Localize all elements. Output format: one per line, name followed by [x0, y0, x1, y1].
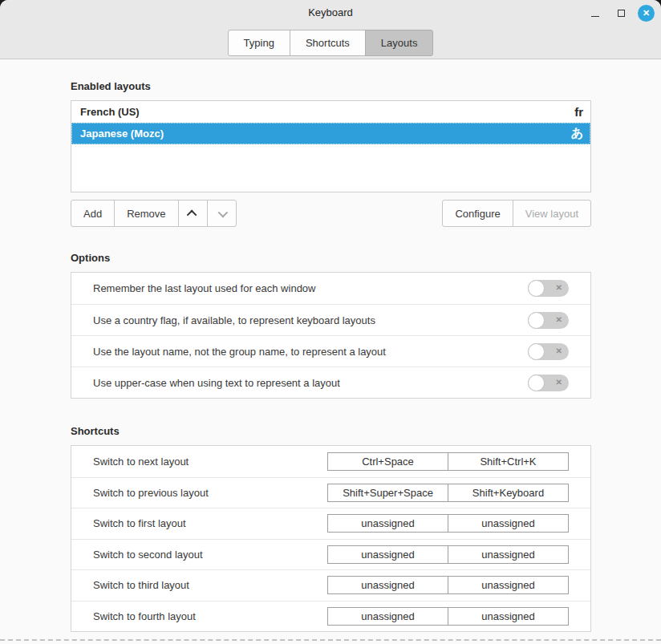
keybinding-pair: Ctrl+Space Shift+Ctrl+K — [327, 452, 569, 471]
toggle-off-icon: ✕ — [556, 378, 562, 387]
keybinding-button-2[interactable]: unassigned — [448, 607, 569, 626]
layout-row-french[interactable]: French (US) fr — [71, 101, 590, 123]
keybinding-button-1[interactable]: Shift+Super+Space — [327, 484, 448, 502]
layout-indicator-fr: fr — [574, 105, 583, 119]
layout-name: French (US) — [80, 106, 574, 118]
window-title: Keyboard — [0, 6, 661, 18]
option-label: Use the layout name, not the group name,… — [93, 346, 528, 358]
shortcut-row-next-layout: Switch to next layout Ctrl+Space Shift+C… — [71, 446, 590, 477]
keybinding-pair: Shift+Super+Space Shift+Keyboard — [327, 484, 569, 502]
shortcuts-heading: Shortcuts — [71, 425, 591, 438]
option-label: Use upper-case when using text to repres… — [93, 377, 528, 389]
shortcut-row-first-layout: Switch to first layout unassigned unassi… — [71, 508, 590, 539]
layout-view-button-group: Configure View layout — [442, 200, 591, 227]
move-layout-up-button[interactable] — [178, 200, 208, 227]
options-box: Remember the last layout used for each w… — [71, 272, 591, 399]
layout-indicator-ja: あ — [571, 126, 583, 141]
toggle-country-flag[interactable]: ✕ — [528, 312, 569, 329]
toggle-knob — [528, 280, 545, 297]
option-label: Use a country flag, if available, to rep… — [93, 314, 528, 326]
toggle-off-icon: ✕ — [556, 315, 562, 324]
keybinding-button-1[interactable]: unassigned — [327, 607, 448, 626]
option-row-layout-name: Use the layout name, not the group name,… — [71, 335, 590, 367]
keybinding-button-1[interactable]: unassigned — [327, 545, 448, 564]
options-heading: Options — [71, 252, 591, 265]
chevron-down-icon — [217, 207, 228, 217]
shortcut-label: Switch to previous layout — [93, 487, 327, 499]
shortcut-label: Switch to second layout — [93, 549, 327, 561]
shortcuts-box: Switch to next layout Ctrl+Space Shift+C… — [71, 445, 591, 632]
maximize-icon — [618, 10, 625, 17]
shortcut-label: Switch to first layout — [93, 517, 327, 529]
window-header: Keyboard ✕ Typing Shortcuts Layouts — [0, 0, 661, 59]
minimize-button[interactable] — [586, 4, 604, 22]
enabled-layouts-heading: Enabled layouts — [71, 80, 591, 93]
shortcut-label: Switch to third layout — [93, 579, 327, 591]
move-layout-down-button[interactable] — [207, 200, 237, 227]
keybinding-button-2[interactable]: unassigned — [448, 545, 569, 564]
toggle-remember-layout[interactable]: ✕ — [528, 280, 569, 297]
tab-typing[interactable]: Typing — [228, 30, 290, 56]
keybinding-pair: unassigned unassigned — [327, 514, 569, 533]
actions-spacer — [237, 200, 443, 227]
keybinding-button-1[interactable]: Ctrl+Space — [327, 452, 448, 471]
toggle-off-icon: ✕ — [556, 283, 562, 292]
shortcut-label: Switch to next layout — [93, 456, 327, 468]
keybinding-button-2[interactable]: unassigned — [448, 514, 569, 533]
keybinding-pair: unassigned unassigned — [327, 607, 569, 626]
window-controls: ✕ — [586, 4, 655, 22]
option-row-country-flag: Use a country flag, if available, to rep… — [71, 304, 590, 335]
add-layout-button[interactable]: Add — [71, 200, 115, 227]
remove-layout-button[interactable]: Remove — [114, 200, 178, 227]
shortcut-label: Switch to fourth layout — [93, 610, 327, 622]
close-button[interactable]: ✕ — [638, 5, 655, 22]
keybinding-button-1[interactable]: unassigned — [327, 514, 448, 533]
minimize-icon — [591, 16, 599, 17]
layout-name: Japanese (Mozc) — [80, 128, 571, 140]
keybinding-pair: unassigned unassigned — [327, 576, 569, 594]
maximize-button[interactable] — [612, 4, 630, 22]
keybinding-button-2[interactable]: Shift+Ctrl+K — [448, 452, 569, 471]
shortcut-row-second-layout: Switch to second layout unassigned unass… — [71, 539, 590, 570]
shortcut-row-previous-layout: Switch to previous layout Shift+Super+Sp… — [71, 477, 590, 508]
option-row-remember-layout: Remember the last layout used for each w… — [71, 273, 590, 304]
keybinding-button-2[interactable]: unassigned — [448, 576, 569, 594]
chevron-up-icon — [186, 209, 197, 220]
option-label: Remember the last layout used for each w… — [93, 282, 528, 294]
shortcut-row-fourth-layout: Switch to fourth layout unassigned unass… — [71, 601, 590, 632]
tab-bar: Typing Shortcuts Layouts — [0, 30, 661, 56]
toggle-upper-case[interactable]: ✕ — [528, 375, 569, 391]
layout-row-japanese[interactable]: Japanese (Mozc) あ — [71, 123, 590, 144]
toggle-layout-name[interactable]: ✕ — [528, 343, 569, 360]
layout-list-actions: Add Remove Configure View layout — [71, 200, 591, 227]
view-layout-button[interactable]: View layout — [513, 200, 591, 227]
shortcut-row-third-layout: Switch to third layout unassigned unassi… — [71, 569, 590, 601]
tab-shortcuts[interactable]: Shortcuts — [290, 30, 366, 56]
toggle-knob — [528, 375, 545, 391]
tab-layouts[interactable]: Layouts — [365, 30, 434, 56]
configure-button[interactable]: Configure — [442, 200, 513, 227]
keybinding-pair: unassigned unassigned — [327, 545, 569, 564]
toggle-knob — [528, 312, 545, 329]
keyboard-settings-window: Keyboard ✕ Typing Shortcuts Layouts Enab… — [0, 0, 661, 644]
layout-edit-button-group: Add Remove — [71, 200, 237, 227]
option-row-upper-case: Use upper-case when using text to repres… — [71, 367, 590, 398]
bottom-divider — [0, 639, 661, 641]
close-icon: ✕ — [643, 8, 650, 18]
keybinding-button-1[interactable]: unassigned — [327, 576, 448, 594]
toggle-off-icon: ✕ — [556, 346, 562, 355]
titlebar: Keyboard ✕ — [0, 0, 661, 26]
keybinding-button-2[interactable]: Shift+Keyboard — [448, 484, 569, 502]
layouts-panel: Enabled layouts French (US) fr Japanese … — [0, 59, 661, 632]
enabled-layouts-list: French (US) fr Japanese (Mozc) あ — [71, 100, 591, 192]
toggle-knob — [528, 343, 545, 360]
